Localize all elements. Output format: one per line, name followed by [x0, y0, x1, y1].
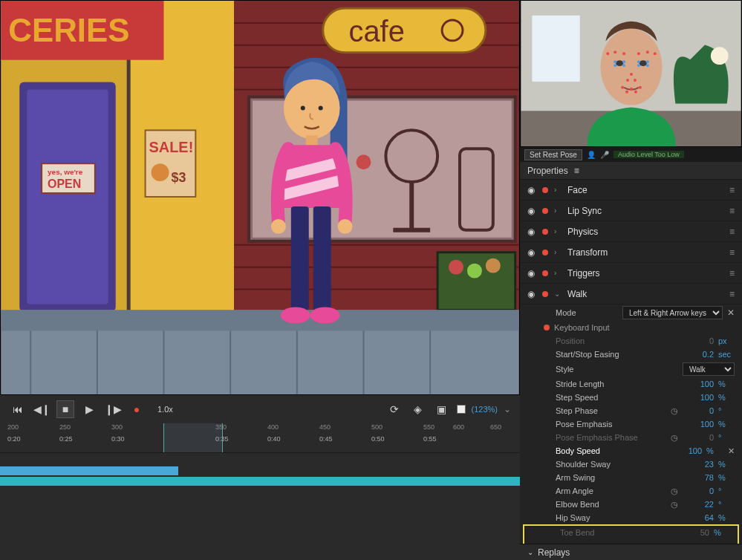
chevron-down-icon[interactable]: ⌄: [554, 290, 562, 298]
arm-dot[interactable]: [542, 208, 548, 214]
walk-pose-emphasis[interactable]: Pose Emphasis100%: [520, 417, 742, 431]
stopwatch-icon[interactable]: ◷: [671, 486, 678, 496]
properties-list[interactable]: ◉ › Face ≡ ◉ › Lip Sync ≡ ◉ › Physics ≡: [520, 180, 742, 544]
group-transform[interactable]: ◉ › Transform ≡: [520, 242, 742, 263]
mesh-icon[interactable]: ◈: [409, 400, 427, 418]
walk-pose-emphasis-phase: Pose Emphasis Phase◷0°: [520, 431, 742, 444]
walk-step-speed[interactable]: Step Speed100%: [520, 391, 742, 404]
camera-icon[interactable]: 👤: [587, 151, 596, 159]
play-button[interactable]: ▶: [80, 400, 98, 418]
visibility-toggle[interactable]: ◉: [527, 206, 536, 216]
sign-open-bottom: OPEN: [48, 178, 81, 190]
timeline[interactable]: 2000:20 2500:25 3000:30 3500:35 4000:40 …: [0, 423, 520, 560]
group-walk[interactable]: ◉ ⌄ Walk ≡: [520, 284, 742, 305]
chevron-right-icon[interactable]: ›: [554, 206, 562, 215]
hamburger-icon[interactable]: ≡: [729, 206, 735, 216]
properties-header: Properties ≡: [520, 162, 742, 180]
sign-cafe: cafe: [349, 15, 405, 48]
svg-point-58: [614, 51, 616, 53]
set-rest-pose-button[interactable]: Set Rest Pose: [524, 149, 582, 160]
walk-hip-sway[interactable]: Hip Sway64%: [520, 511, 742, 524]
highlighted-properties: Toe Bend50% Pin Feet When Standing ✓ ✕ S…: [523, 524, 739, 544]
hamburger-icon[interactable]: ≡: [729, 227, 735, 237]
svg-point-70: [634, 91, 637, 94]
timeline-tracks[interactable]: [0, 453, 520, 498]
walk-shoulder-sway[interactable]: Shoulder Sway23%: [520, 458, 742, 471]
visibility-toggle[interactable]: ◉: [527, 268, 536, 279]
bg-color-swatch[interactable]: [457, 405, 466, 414]
hamburger-icon[interactable]: ≡: [729, 185, 735, 195]
walk-arm-swing[interactable]: Arm Swing78%: [520, 471, 742, 484]
hamburger-icon[interactable]: ≡: [729, 289, 735, 299]
svg-point-54: [600, 29, 662, 105]
arm-dot[interactable]: [544, 325, 550, 331]
skip-start-button[interactable]: ⏮: [9, 400, 27, 418]
group-physics[interactable]: ◉ › Physics ≡: [520, 221, 742, 242]
group-face[interactable]: ◉ › Face ≡: [520, 180, 742, 201]
camera-overlay-icon[interactable]: ▣: [433, 400, 451, 418]
group-triggers[interactable]: ◉ › Triggers ≡: [520, 263, 742, 284]
hamburger-icon[interactable]: ≡: [729, 268, 735, 279]
arm-dot[interactable]: [542, 250, 548, 255]
walk-stride[interactable]: Stride Length100%: [520, 377, 742, 391]
scene-viewport[interactable]: CERIES yes, we're OPEN SALE! $3: [0, 0, 520, 395]
arm-dot[interactable]: [542, 187, 548, 193]
record-button[interactable]: ●: [128, 400, 146, 418]
walk-mode-select[interactable]: Left & Right Arrow keys: [622, 306, 723, 319]
prev-frame-button[interactable]: ◀❙: [33, 400, 51, 418]
panel-menu-icon[interactable]: ≡: [574, 166, 579, 176]
chevron-right-icon[interactable]: ›: [554, 227, 562, 235]
svg-point-56: [640, 60, 647, 66]
stopwatch-icon[interactable]: ◷: [671, 406, 678, 416]
mic-icon[interactable]: 🎤: [600, 151, 609, 159]
walk-step-phase[interactable]: Step Phase◷0°: [520, 404, 742, 417]
refresh-icon[interactable]: ⟳: [385, 400, 403, 418]
walk-body-speed[interactable]: Body Speed100%✕: [520, 444, 742, 458]
clear-button[interactable]: ✕: [727, 307, 735, 318]
playback-bar: ⏮ ◀❙ ■ ▶ ❙▶ ● 1.0x ⟳ ◈ ▣ (123%) ⌄: [0, 395, 520, 423]
arm-dot[interactable]: [542, 291, 548, 297]
svg-point-29: [486, 258, 501, 273]
arm-dot[interactable]: [542, 270, 548, 276]
walk-toe-bend[interactable]: Toe Bend50%: [524, 526, 738, 539]
stop-button[interactable]: ■: [56, 400, 74, 418]
hamburger-icon[interactable]: ≡: [729, 247, 735, 258]
playhead[interactable]: [163, 423, 223, 452]
clear-button[interactable]: ✕: [727, 446, 735, 456]
track-cyan[interactable]: [0, 477, 520, 486]
sign-sale: SALE!: [149, 139, 194, 155]
svg-point-74: [646, 60, 649, 63]
timeline-ruler[interactable]: 2000:20 2500:25 3000:30 3500:35 4000:40 …: [0, 423, 520, 453]
svg-point-25: [357, 154, 371, 169]
group-lipsync[interactable]: ◉ › Lip Sync ≡: [520, 201, 742, 221]
visibility-toggle[interactable]: ◉: [527, 185, 536, 195]
chevron-down-icon[interactable]: ⌄: [527, 548, 533, 556]
chevron-right-icon[interactable]: ›: [554, 248, 562, 256]
walk-elbow-bend[interactable]: Elbow Bend◷22°: [520, 498, 742, 511]
stopwatch-icon[interactable]: ◷: [671, 500, 678, 509]
visibility-toggle[interactable]: ◉: [527, 247, 536, 258]
visibility-toggle[interactable]: ◉: [527, 289, 536, 299]
arm-dot[interactable]: [542, 229, 548, 235]
svg-rect-31: [1, 310, 518, 331]
visibility-toggle[interactable]: ◉: [527, 227, 536, 237]
playback-speed[interactable]: 1.0x: [157, 405, 173, 414]
walk-start-stop[interactable]: Start/Stop Easing0.2sec: [520, 348, 742, 361]
svg-point-78: [646, 64, 649, 67]
sign-groceries: CERIES: [8, 12, 129, 48]
audio-level-meter: Audio Level Too Low: [614, 151, 684, 158]
svg-point-75: [614, 64, 616, 67]
chevron-right-icon[interactable]: ›: [554, 269, 562, 277]
track-blue[interactable]: [0, 466, 178, 475]
svg-rect-5: [27, 90, 108, 305]
svg-point-64: [626, 79, 629, 82]
zoom-percent[interactable]: (123%): [472, 405, 498, 414]
replays-panel[interactable]: ⌄ Replays: [520, 544, 742, 560]
svg-point-76: [622, 64, 625, 67]
svg-point-62: [654, 52, 657, 55]
chevron-right-icon[interactable]: ›: [554, 186, 562, 194]
walk-arm-angle[interactable]: Arm Angle◷0°: [520, 484, 742, 498]
walk-style-select[interactable]: Walk: [683, 362, 735, 376]
svg-rect-42: [306, 135, 318, 146]
next-frame-button[interactable]: ❙▶: [104, 400, 122, 418]
